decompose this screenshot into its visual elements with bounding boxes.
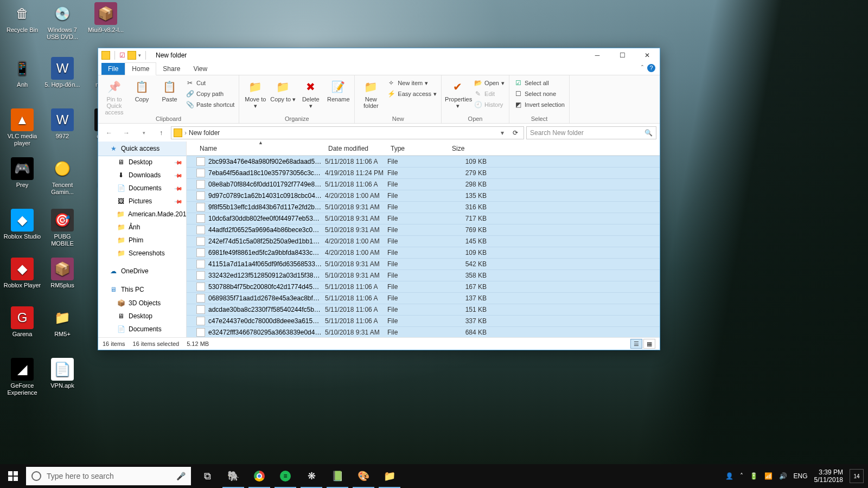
new-folder-button[interactable]: 📁New folder — [358, 77, 384, 109]
table-row[interactable]: 08e8ab70f884c6f0dd101792f7749e8c00a...5/… — [187, 178, 660, 190]
copy-path-button[interactable]: 🔗Copy path — [184, 89, 235, 99]
nav-forward-button[interactable]: → — [119, 125, 134, 140]
col-name[interactable]: Name — [196, 145, 325, 152]
nav-item[interactable]: 📁Screenshots — [98, 247, 186, 260]
task-view-button[interactable]: ⧉ — [194, 464, 220, 488]
maximize-button[interactable]: ☐ — [610, 48, 635, 62]
tab-file[interactable]: File — [101, 63, 125, 75]
minimize-button[interactable]: ─ — [585, 48, 610, 62]
col-size[interactable]: Size — [449, 145, 491, 152]
taskbar-app-paint[interactable]: 🎨 — [350, 464, 376, 488]
nav-item[interactable]: 📁Phim — [98, 234, 186, 247]
taskbar-app-spotify[interactable]: ≡ — [272, 464, 298, 488]
window-titlebar[interactable]: ☑ ▾ New folder ─ ☐ ✕ — [98, 48, 660, 62]
properties-button[interactable]: ✔Properties▾ — [445, 77, 470, 109]
desktop-icon[interactable]: 🎯PUBG MOBILE — [43, 209, 81, 247]
people-icon[interactable]: 👤 — [725, 472, 733, 480]
desktop-icon[interactable]: 📱Ảnh — [3, 57, 41, 88]
taskbar-search[interactable]: Type here to search 🎤 — [26, 467, 191, 485]
qat-dropdown-icon[interactable]: ▾ — [138, 53, 141, 58]
nav-item[interactable]: ⬇Downloads — [98, 336, 186, 337]
move-to-button[interactable]: 📁Move to ▾ — [242, 77, 268, 109]
nav-back-button[interactable]: ← — [101, 125, 117, 140]
desktop-icon[interactable]: W5. Hợp-đồn... — [43, 57, 81, 88]
table-row[interactable]: adcdae30ba8c2330f7f58540244fc5bd684...5/… — [187, 304, 660, 315]
desktop-icon[interactable]: ◆Roblox Player — [3, 258, 41, 289]
pin-quick-access-button[interactable]: 📌Pin to Quick access — [101, 77, 127, 115]
collapse-ribbon-icon[interactable]: ˆ — [641, 65, 643, 72]
tab-share[interactable]: Share — [156, 63, 187, 75]
copy-button[interactable]: 📋Copy — [129, 77, 155, 102]
nav-pane[interactable]: ★Quick access 🖥Desktop📌⬇Downloads📌📄Docum… — [98, 142, 187, 337]
table-row[interactable]: 2bc993a476e48a980f902e68adaad5ef8b...5/1… — [187, 156, 660, 167]
thumbnails-view-button[interactable]: ▦ — [643, 339, 655, 349]
nav-item[interactable]: 📁American.Made.201 — [98, 208, 186, 221]
select-all-button[interactable]: ☑Select all — [513, 78, 566, 88]
refresh-icon[interactable]: ⟳ — [509, 129, 521, 137]
taskbar-app-slack[interactable]: ❋ — [298, 464, 324, 488]
address-dropdown-icon[interactable]: ▾ — [497, 129, 507, 137]
cut-button[interactable]: ✂Cut — [184, 78, 235, 88]
help-icon[interactable]: ? — [647, 64, 655, 72]
nav-item[interactable]: 📦3D Objects — [98, 297, 186, 310]
history-button[interactable]: 🕘History — [473, 100, 506, 110]
open-button[interactable]: 📂Open ▾ — [473, 78, 506, 88]
language-indicator[interactable]: ENG — [794, 472, 808, 480]
nav-this-pc[interactable]: 🖥This PC — [98, 282, 186, 297]
nav-quick-access[interactable]: ★Quick access — [98, 142, 186, 156]
desktop-icon[interactable]: ◆Roblox Studio — [3, 209, 41, 240]
desktop-icon[interactable]: 📁RM5+ — [43, 306, 81, 338]
table-row[interactable]: 9f8f55b13effc1dd843b67d117e2fd2b1e8...5/… — [187, 201, 660, 213]
table-row[interactable]: 6981fe49f8861ed5fc2a9bbfda8433c94cc...4/… — [187, 247, 660, 258]
nav-onedrive[interactable]: ☁OneDrive — [98, 264, 186, 278]
easy-access-button[interactable]: ⚡Easy access ▾ — [386, 89, 438, 99]
paste-button[interactable]: 📋Paste — [157, 77, 182, 102]
desktop-icon[interactable]: GGarena — [3, 306, 41, 338]
tab-view[interactable]: View — [187, 63, 214, 75]
desktop-icon[interactable]: 📦Miui9-v8.2-l... — [87, 2, 125, 34]
copy-to-button[interactable]: 📁Copy to ▾ — [270, 77, 296, 102]
col-type[interactable]: Type — [387, 145, 449, 152]
desktop-icon[interactable]: ▲VLC media player — [3, 108, 41, 146]
table-row[interactable]: 530788b4f75bc20080fc42d1774d4516e6f...5/… — [187, 281, 660, 292]
nav-item[interactable]: 📄Documents📌 — [98, 182, 186, 195]
taskbar-app-evernote2[interactable]: 📗 — [324, 464, 350, 488]
action-center-icon[interactable]: 14 — [850, 469, 864, 483]
nav-item[interactable]: 📄Documents — [98, 323, 186, 336]
table-row[interactable]: 10dc6af30ddb802fee0f0f44977eb5341c0...5/… — [187, 213, 660, 224]
nav-item[interactable]: 📁Ảnh — [98, 221, 186, 234]
desktop-icon[interactable]: ◢GeForce Experience — [3, 358, 41, 396]
desktop-icon[interactable]: 📦RM5plus — [43, 258, 81, 289]
clock[interactable]: 3:39 PM 5/11/2018 — [814, 468, 843, 484]
nav-item[interactable]: ⬇Downloads📌 — [98, 169, 186, 182]
taskbar-app-explorer[interactable]: 📁 — [376, 464, 403, 488]
table-row[interactable]: e32472fff3466780295a3663839e0d4cbaa...5/… — [187, 326, 660, 337]
desktop-icon[interactable]: 📄VPN.apk — [43, 358, 81, 389]
mic-icon[interactable]: 🎤 — [176, 472, 186, 480]
table-row[interactable]: c47e24437e0dc78000d8deee3a615a1d5...5/11… — [187, 315, 660, 326]
volume-icon[interactable]: 🔊 — [779, 472, 787, 480]
nav-history-dropdown[interactable]: ▾ — [136, 125, 151, 140]
nav-up-button[interactable]: ↑ — [154, 125, 169, 140]
taskbar-app-evernote[interactable]: 🐘 — [220, 464, 246, 488]
search-input[interactable]: Search New folder 🔍 — [526, 126, 656, 139]
desktop-icon[interactable]: 🟡Tencent Gamin... — [43, 157, 81, 195]
col-date[interactable]: Date modified — [325, 145, 387, 152]
delete-button[interactable]: ✖Delete▾ — [298, 77, 323, 109]
table-row[interactable]: 44adfd2f06525a9696a4b86bece3c04e99...5/1… — [187, 224, 660, 235]
select-none-button[interactable]: ☐Select none — [513, 89, 566, 99]
desktop-icon[interactable]: 🗑Recycle Bin — [3, 2, 41, 34]
wifi-icon[interactable]: 📶 — [764, 472, 773, 480]
start-button[interactable] — [0, 464, 26, 488]
tab-home[interactable]: Home — [125, 62, 156, 75]
taskbar-app-chrome[interactable] — [246, 464, 272, 488]
nav-item[interactable]: 🖥Desktop — [98, 310, 186, 323]
new-item-button[interactable]: ✧New item ▾ — [386, 78, 438, 88]
table-row[interactable]: 332432ed123f512850912a03d15f38a685...5/1… — [187, 269, 660, 281]
file-list[interactable]: 2bc993a476e48a980f902e68adaad5ef8b...5/1… — [187, 156, 660, 337]
nav-item[interactable]: 🖥Desktop📌 — [98, 156, 186, 169]
rename-button[interactable]: 📝Rename — [326, 77, 351, 102]
battery-icon[interactable]: 🔋 — [750, 472, 758, 480]
breadcrumb[interactable]: New folder — [189, 129, 220, 137]
tray-expand-icon[interactable]: ˄ — [740, 472, 743, 480]
